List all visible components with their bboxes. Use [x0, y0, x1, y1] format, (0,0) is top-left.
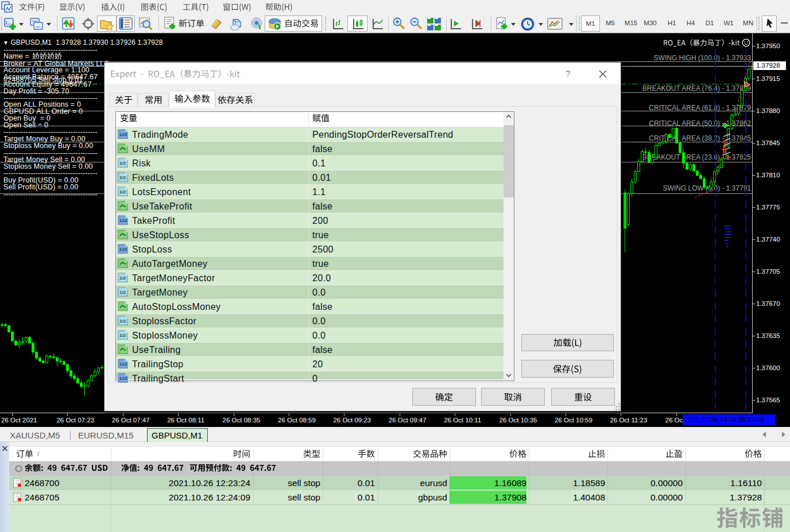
svg-text:1/2: 1/2 [119, 290, 126, 295]
svg-text:1/2: 1/2 [119, 333, 126, 338]
svg-text:1/2: 1/2 [119, 275, 126, 281]
svg-text:123: 123 [119, 376, 127, 381]
svg-text:1/2: 1/2 [119, 161, 126, 166]
svg-text:123: 123 [119, 132, 127, 137]
svg-text:1/2: 1/2 [119, 189, 126, 195]
svg-text:123: 123 [119, 247, 127, 252]
svg-text:1/2: 1/2 [119, 175, 126, 180]
svg-text:1/2: 1/2 [119, 319, 126, 324]
svg-text:123: 123 [119, 218, 127, 223]
svg-text:123: 123 [119, 362, 127, 367]
